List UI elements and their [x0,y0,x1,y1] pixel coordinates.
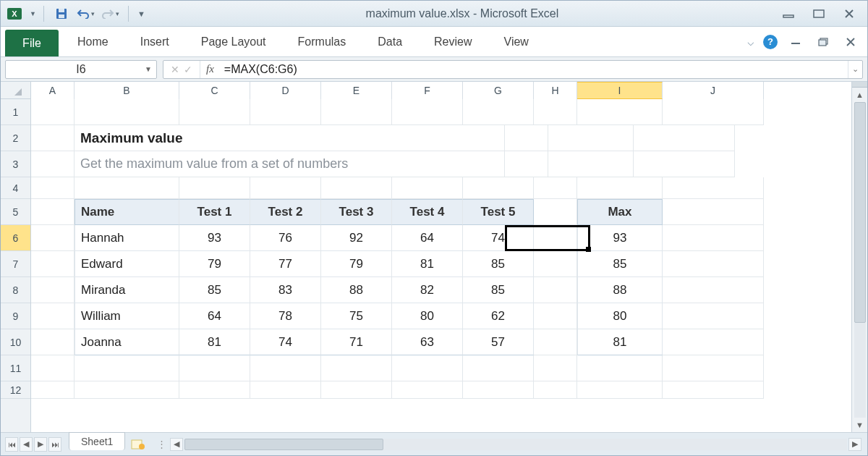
split-handle[interactable] [852,82,867,88]
cells-grid[interactable]: Maximum value Get the maximum value from… [31,99,851,432]
excel-window: X ▼ ▾ ▾ ▼ maximum value.xlsx - Microsoft… [0,0,868,456]
minimize-button[interactable] [779,7,798,20]
table-cell: 76 [250,225,321,251]
row-header[interactable]: 8 [1,277,30,303]
select-all-corner[interactable] [1,82,31,99]
col-header[interactable]: H [534,82,577,99]
qat-customize-icon[interactable]: ▼ [137,9,145,18]
table-header: Test 2 [250,199,321,225]
table-cell: 64 [179,303,250,329]
col-header[interactable]: D [250,82,321,99]
table-cell: 85 [463,251,534,277]
row-header[interactable]: 5 [1,199,30,225]
workbook-close-button[interactable] [841,35,860,48]
tab-home[interactable]: Home [61,27,124,56]
svg-rect-6 [814,10,824,17]
col-header-selected[interactable]: I [577,82,663,99]
row-header[interactable]: 1 [1,99,30,125]
titlebar: X ▼ ▾ ▾ ▼ maximum value.xlsx - Microsoft… [1,1,867,27]
table-cell: Edward [75,251,179,277]
svg-text:X: X [12,9,17,18]
new-sheet-button[interactable] [129,438,147,451]
col-header[interactable]: B [75,82,179,99]
table-header: Name [75,199,179,225]
sheet-heading: Maximum value [75,125,505,151]
table-cell: 78 [250,303,321,329]
row-header-selected[interactable]: 6 [1,225,30,251]
col-header[interactable]: A [31,82,75,99]
vertical-scrollbar[interactable]: ▲ ▼ [851,82,867,432]
max-cell: 81 [577,329,663,355]
tab-split-handle[interactable]: ⋮ [153,439,170,449]
horizontal-scrollbar[interactable]: ⋮ ◀ ▶ [153,438,861,451]
sheet-tab[interactable]: Sheet1 [69,432,125,450]
formula-input[interactable]: =MAX(C6:G6) [220,63,848,76]
table-cell: William [75,303,179,329]
table-cell: 71 [321,329,392,355]
max-cell: 88 [577,277,663,303]
scroll-right-icon[interactable]: ▶ [848,438,861,451]
redo-button[interactable]: ▾ [101,5,121,22]
save-button[interactable] [51,5,72,22]
row-header[interactable]: 7 [1,251,30,277]
logo-dropdown-icon[interactable]: ▼ [30,10,36,17]
expand-formula-bar-icon[interactable]: ⌄ [848,61,862,78]
scroll-left-icon[interactable]: ◀ [170,438,183,451]
file-tab[interactable]: File [5,30,59,56]
scroll-down-icon[interactable]: ▼ [852,418,867,432]
vscroll-thumb[interactable] [854,102,866,323]
window-title: maximum value.xlsx - Microsoft Excel [145,7,779,20]
sheet-subheading: Get the maximum value from a set of numb… [75,151,505,177]
tab-page-layout[interactable]: Page Layout [185,27,282,56]
sheet-nav-first-icon[interactable]: ⏮ [5,437,18,452]
row-header[interactable]: 4 [1,177,30,199]
svg-rect-5 [783,15,793,17]
svg-rect-9 [819,40,826,46]
table-cell: 88 [321,277,392,303]
col-header[interactable]: E [321,82,392,99]
help-icon[interactable]: ? [763,35,778,49]
table-cell: 80 [392,303,463,329]
col-header[interactable]: G [463,82,534,99]
sheet-nav-next-icon[interactable]: ▶ [34,437,47,452]
tab-review[interactable]: Review [418,27,488,56]
row-header[interactable]: 10 [1,329,30,355]
max-cell: 85 [577,251,663,277]
table-cell: 77 [250,251,321,277]
tab-insert[interactable]: Insert [124,27,185,56]
svg-point-11 [139,444,145,449]
ribbon-minimize-icon[interactable]: ⌵ [747,35,754,48]
workbook-minimize-button[interactable] [786,35,805,48]
fx-icon[interactable]: fx [200,63,220,75]
worksheet-area: A B C D E F G H I J 1 2 3 4 5 6 [1,82,867,432]
tab-formulas[interactable]: Formulas [282,27,362,56]
row-header[interactable]: 12 [1,381,30,399]
enter-formula-icon[interactable]: ✓ [184,64,192,75]
col-header[interactable]: F [392,82,463,99]
tab-data[interactable]: Data [362,27,418,56]
name-box[interactable]: I6 ▼ [5,60,157,79]
table-cell: 85 [463,277,534,303]
table-header-max: Max [577,199,663,225]
scroll-up-icon[interactable]: ▲ [852,88,867,102]
excel-logo-icon[interactable]: X [5,4,24,23]
sheet-nav-prev-icon[interactable]: ◀ [20,437,33,452]
row-header[interactable]: 9 [1,303,30,329]
sheet-nav-last-icon[interactable]: ⏭ [48,437,61,452]
svg-rect-7 [791,43,800,44]
cancel-formula-icon[interactable]: ✕ [171,64,179,75]
hscroll-thumb[interactable] [184,439,383,450]
maximize-button[interactable] [809,7,828,20]
row-header[interactable]: 2 [1,125,30,151]
namebox-dropdown-icon[interactable]: ▼ [145,65,152,73]
col-header[interactable]: J [663,82,764,99]
workbook-restore-button[interactable] [814,35,833,48]
table-header: Test 1 [179,199,250,225]
undo-button[interactable]: ▾ [76,5,96,22]
table-cell: 62 [463,303,534,329]
tab-view[interactable]: View [488,27,545,56]
row-header[interactable]: 3 [1,151,30,177]
close-button[interactable] [840,7,859,20]
row-header[interactable]: 11 [1,355,30,381]
col-header[interactable]: C [179,82,250,99]
